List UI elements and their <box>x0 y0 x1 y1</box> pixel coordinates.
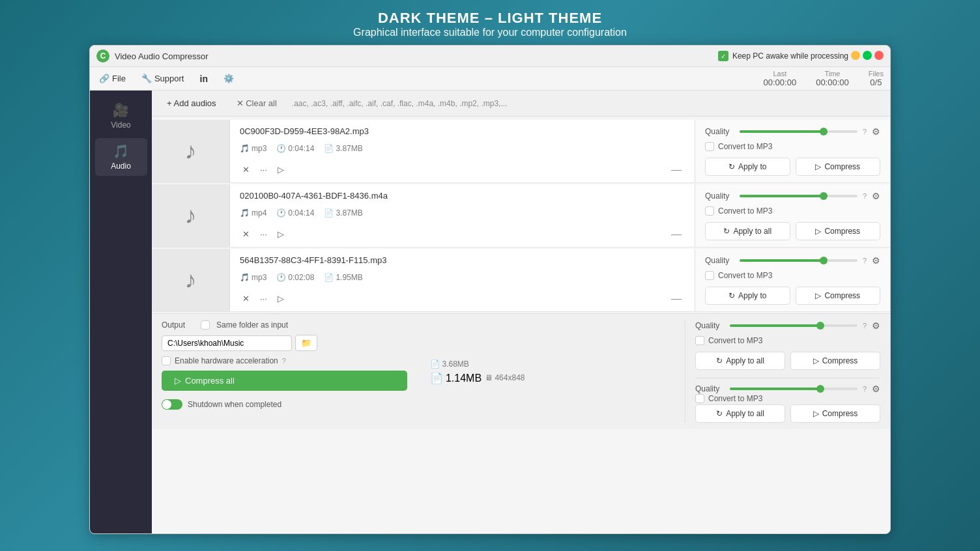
dimensions-icon: 🖥 <box>485 373 493 382</box>
remove-file-button[interactable]: ✕ <box>240 292 252 305</box>
remove-file-button[interactable]: ✕ <box>240 228 252 240</box>
more-options-button[interactable]: ··· <box>257 292 270 305</box>
title-bar: C Video Audio Compressor ✓ Keep PC awake… <box>90 46 890 67</box>
hw-accel-checkbox[interactable] <box>162 356 171 365</box>
close-button[interactable] <box>874 51 884 60</box>
music-note-icon: ♪ <box>185 266 197 294</box>
quality-slider[interactable] <box>730 324 857 327</box>
quality-help-icon[interactable]: ? <box>863 257 867 264</box>
file-format: 🎵 mp3 <box>240 273 267 282</box>
compress-label: Compress <box>824 162 860 171</box>
table-row: ♪ 564B1357-88C3-4FF1-8391-F115.mp3 🎵 mp3… <box>152 249 890 312</box>
quality-slider-thumb <box>816 322 824 330</box>
remove-file-button[interactable]: ✕ <box>240 163 252 176</box>
quality-slider[interactable] <box>740 259 857 262</box>
quality-help-icon[interactable]: ? <box>863 385 867 393</box>
convert-checkbox[interactable] <box>705 271 714 280</box>
apply-to-all-button-5[interactable]: ↻ Apply to all <box>695 404 785 423</box>
keep-awake-toggle[interactable]: ✓ Keep PC awake while processing <box>718 51 848 61</box>
bottom-panel: Output Same folder as input 📁 Enable har… <box>152 313 890 429</box>
menu-settings[interactable]: ⚙️ <box>221 72 237 85</box>
sidebar-audio-label: Audio <box>111 162 131 171</box>
gear-icon: ⚙️ <box>223 74 234 83</box>
file-meta: 🎵 mp4 🕐 0:04:14 📄 3.87MB <box>240 208 685 218</box>
stat-files: Files 0/5 <box>869 70 884 87</box>
quality-help-icon[interactable]: ? <box>863 128 867 135</box>
quality-help-icon[interactable]: ? <box>863 322 867 330</box>
hw-accel-label: Enable hardware acceleration <box>175 356 278 365</box>
action-row-4: ↻ Apply to all ▷ Compress <box>695 352 880 370</box>
quality-settings-icon[interactable]: ⚙ <box>872 126 880 137</box>
convert-checkbox[interactable] <box>705 206 714 216</box>
convert-checkbox-4[interactable] <box>695 336 704 345</box>
more-options-button[interactable]: ··· <box>257 163 270 176</box>
format-icon: 🎵 <box>240 144 250 153</box>
output-path-input[interactable] <box>162 335 292 351</box>
play-button[interactable]: ▷ <box>275 228 287 240</box>
menu-linkedin[interactable]: in <box>197 72 210 85</box>
collapse-button[interactable]: — <box>668 229 685 240</box>
convert-label-4: Convert to MP3 <box>708 336 762 345</box>
path-row: 📁 <box>162 335 407 351</box>
quality-row: Quality ? ⚙ <box>705 255 880 266</box>
apply-label: Apply to <box>738 162 766 171</box>
sidebar-item-video[interactable]: 🎥 Video <box>95 97 147 135</box>
file-icon: 📄 <box>430 373 443 384</box>
shutdown-toggle[interactable] <box>162 399 182 410</box>
compress-icon: ▷ <box>815 227 821 236</box>
shutdown-label: Shutdown when completed <box>188 400 281 409</box>
quality-slider[interactable] <box>740 195 857 197</box>
quality-settings-icon[interactable]: ⚙ <box>872 191 880 201</box>
quality-slider-thumb <box>820 192 828 200</box>
quality-settings-icon[interactable]: ⚙ <box>872 384 880 394</box>
menu-file[interactable]: 🔗 File <box>96 72 128 85</box>
apply-icon: ↻ <box>716 409 723 418</box>
quality-slider[interactable] <box>740 130 857 133</box>
quality-slider-thumb <box>816 385 824 393</box>
minimize-button[interactable] <box>851 51 860 60</box>
add-audios-button[interactable]: + Add audios <box>162 96 222 111</box>
compress-button[interactable]: ▷ Compress <box>796 222 881 240</box>
quality-row-4: Quality ? ⚙ <box>695 320 880 331</box>
quality-slider-fill <box>730 388 819 390</box>
shutdown-row: Shutdown when completed <box>162 399 407 410</box>
menu-support[interactable]: 🔧 Support <box>139 72 187 85</box>
quality-settings-icon[interactable]: ⚙ <box>872 255 880 266</box>
play-button[interactable]: ▷ <box>275 292 287 305</box>
convert-checkbox-5[interactable] <box>695 394 704 403</box>
file-format: 🎵 mp4 <box>240 208 267 218</box>
compress-button[interactable]: ▷ Compress <box>796 158 881 176</box>
hw-help-icon[interactable]: ? <box>282 357 286 365</box>
quality-settings-icon[interactable]: ⚙ <box>872 320 880 331</box>
compress-button[interactable]: ▷ Compress <box>796 287 881 305</box>
browse-button[interactable]: 📁 <box>295 335 317 351</box>
compress-all-button[interactable]: ▷ Compress all <box>162 371 407 391</box>
clear-all-button[interactable]: ✕ Clear all <box>231 96 282 111</box>
quality-slider[interactable] <box>730 388 857 390</box>
apply-to-all-button-4[interactable]: ↻ Apply to all <box>695 352 785 370</box>
stat-time: Time 00:00:00 <box>816 70 849 87</box>
same-folder-checkbox[interactable] <box>201 320 210 330</box>
convert-label: Convert to MP3 <box>718 271 772 280</box>
convert-checkbox[interactable] <box>705 142 714 151</box>
apply-to-button[interactable]: ↻ Apply to <box>705 158 790 176</box>
music-note-icon: ♪ <box>185 137 197 165</box>
more-options-button[interactable]: ··· <box>257 228 270 240</box>
compress-button-5[interactable]: ▷ Compress <box>790 404 880 423</box>
output-section: Output Same folder as input 📁 Enable har… <box>162 320 407 423</box>
compress-button-4[interactable]: ▷ Compress <box>790 352 880 370</box>
quality-label: Quality <box>695 321 725 330</box>
quality-help-icon[interactable]: ? <box>863 192 867 200</box>
apply-to-all-button[interactable]: ↻ Apply to all <box>705 222 790 240</box>
collapse-button[interactable]: — <box>668 293 685 305</box>
apply-label: Apply to <box>738 291 766 300</box>
compress-all-icon: ▷ <box>175 376 181 386</box>
main-content: 🎥 Video 🎵 Audio + Add audios ✕ Clear all… <box>90 91 890 533</box>
sidebar-item-audio[interactable]: 🎵 Audio <box>95 138 147 176</box>
output-label: Output <box>162 320 194 330</box>
maximize-button[interactable] <box>863 51 872 60</box>
play-button[interactable]: ▷ <box>275 163 287 176</box>
keep-awake-check: ✓ <box>718 51 728 61</box>
apply-to-button[interactable]: ↻ Apply to <box>705 287 790 305</box>
collapse-button[interactable]: — <box>668 164 685 176</box>
